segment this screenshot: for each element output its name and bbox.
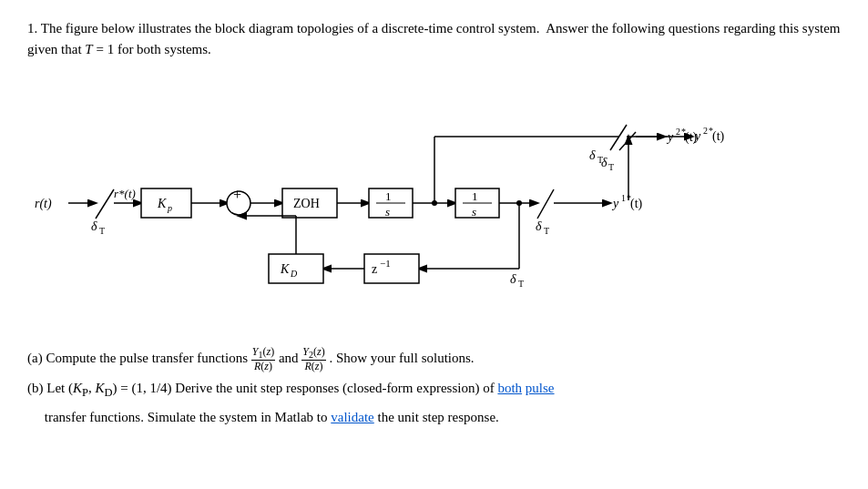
part-a: (a) Compute the pulse transfer functions… — [27, 346, 841, 373]
y2star-t: (t) — [685, 130, 698, 145]
delta-t-top2-sub: T — [597, 155, 603, 165]
second-s-label: s — [472, 205, 476, 219]
parts-section: (a) Compute the pulse transfer functions… — [27, 346, 841, 429]
zoh-label: ZOH — [293, 197, 320, 210]
delta-t-fb-sub: T — [518, 279, 524, 289]
frac-y2-num: Y2(z) — [301, 346, 325, 361]
frac-y1-r: Y1(z) R(z) — [251, 346, 275, 373]
y1-label: y — [611, 197, 619, 210]
y2star-sub: 2 — [676, 127, 680, 137]
delta-t-top2-label: δ — [589, 148, 596, 162]
part-b-line1: (b) Let (KP, KD) = (1, 1/4) Derive the u… — [27, 377, 841, 402]
y1-sub: 1 — [621, 193, 626, 203]
first-1-label: 1 — [385, 189, 392, 203]
first-s-label: s — [385, 205, 390, 219]
frac-y2-den: R(z) — [303, 361, 323, 372]
svg-line-13 — [537, 189, 554, 219]
kp-sub: p — [167, 203, 172, 213]
delta-t-top-sub: T — [608, 162, 614, 172]
y2star-label: y — [666, 130, 674, 144]
frac-y1-num: Y1(z) — [251, 346, 275, 361]
and-text: and — [279, 351, 301, 365]
plus-sign: + — [233, 187, 241, 202]
delta-t-out-sub: T — [544, 226, 549, 236]
question-container: 1. The figure below illustrates the bloc… — [27, 18, 841, 429]
question-number: 1. — [27, 21, 37, 36]
block-diagram: δ T y 2 * (t) r(t) δ T r*(t) — [27, 68, 847, 332]
diagram-svg: δ T y 2 * (t) r(t) δ T r*(t) — [27, 68, 847, 332]
delta-t-1-label: δ — [91, 219, 97, 233]
kd-sub: D — [290, 269, 298, 279]
z-inv-label: z — [372, 262, 377, 276]
z-inv-exp: −1 — [380, 258, 391, 269]
svg-line-4 — [96, 189, 114, 219]
part-b-line2: transfer functions. Simulate the system … — [27, 406, 841, 430]
svg-line-1 — [619, 132, 636, 150]
svg-line-17 — [610, 125, 627, 150]
question-intro: 1. The figure below illustrates the bloc… — [27, 18, 841, 59]
kd-label: K — [280, 262, 290, 276]
y2-t: (t) — [712, 129, 725, 144]
delta-t-1-sub: T — [99, 226, 105, 236]
frac-y1-den: R(z) — [253, 361, 273, 372]
second-1-label: 1 — [472, 189, 478, 203]
frac-y2-r: Y2(z) R(z) — [301, 346, 325, 373]
delta-t-fb-label: δ — [510, 272, 516, 286]
kp-block — [141, 188, 191, 218]
kp-label: K — [157, 197, 167, 210]
y1-t: (t) — [630, 197, 643, 211]
rt-label: r(t) — [35, 197, 52, 211]
rstar-label: r*(t) — [114, 187, 136, 200]
y2-sub: 2 — [703, 126, 708, 136]
delta-t-out-label: δ — [536, 219, 542, 233]
